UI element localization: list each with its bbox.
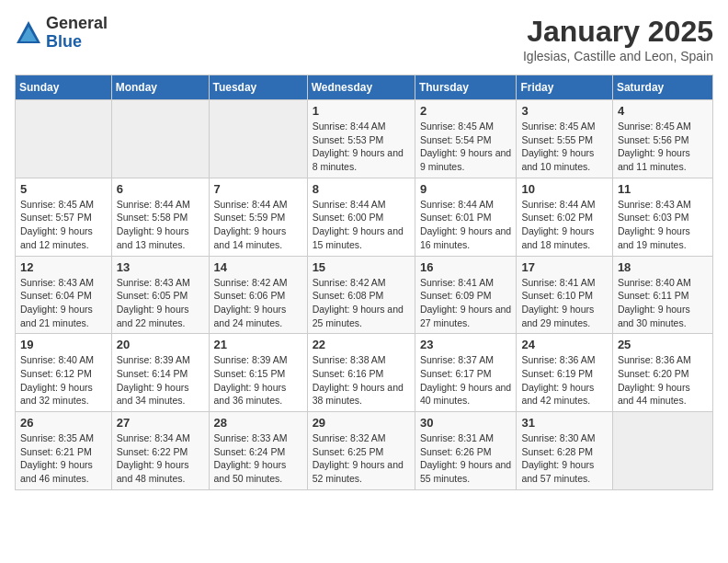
calendar-cell: 15Sunrise: 8:42 AM Sunset: 6:08 PM Dayli… bbox=[307, 256, 415, 334]
day-number: 9 bbox=[420, 182, 512, 196]
calendar-week-row: 5Sunrise: 8:45 AM Sunset: 5:57 PM Daylig… bbox=[16, 178, 713, 256]
calendar-cell: 29Sunrise: 8:32 AM Sunset: 6:25 PM Dayli… bbox=[307, 412, 415, 490]
day-number: 30 bbox=[420, 416, 512, 430]
day-info: Sunrise: 8:44 AM Sunset: 6:00 PM Dayligh… bbox=[313, 198, 410, 252]
calendar-week-row: 12Sunrise: 8:43 AM Sunset: 6:04 PM Dayli… bbox=[16, 256, 713, 334]
calendar-cell bbox=[612, 412, 712, 490]
calendar-cell: 26Sunrise: 8:35 AM Sunset: 6:21 PM Dayli… bbox=[16, 412, 112, 490]
day-number: 14 bbox=[214, 260, 302, 274]
day-info: Sunrise: 8:43 AM Sunset: 6:05 PM Dayligh… bbox=[117, 276, 204, 330]
day-info: Sunrise: 8:32 AM Sunset: 6:25 PM Dayligh… bbox=[313, 431, 410, 486]
day-number: 26 bbox=[20, 416, 107, 430]
day-info: Sunrise: 8:38 AM Sunset: 6:16 PM Dayligh… bbox=[313, 353, 410, 408]
day-number: 13 bbox=[117, 260, 204, 274]
logo: General Blue bbox=[15, 15, 108, 52]
calendar-title: January 2025 bbox=[523, 15, 713, 49]
calendar-cell: 16Sunrise: 8:41 AM Sunset: 6:09 PM Dayli… bbox=[415, 256, 517, 334]
calendar-cell: 19Sunrise: 8:40 AM Sunset: 6:12 PM Dayli… bbox=[16, 334, 112, 412]
day-number: 28 bbox=[214, 416, 302, 430]
day-info: Sunrise: 8:34 AM Sunset: 6:22 PM Dayligh… bbox=[117, 431, 204, 486]
calendar-table: SundayMondayTuesdayWednesdayThursdayFrid… bbox=[15, 75, 713, 490]
day-info: Sunrise: 8:45 AM Sunset: 5:54 PM Dayligh… bbox=[420, 120, 512, 174]
calendar-cell: 24Sunrise: 8:36 AM Sunset: 6:19 PM Dayli… bbox=[517, 334, 612, 412]
day-info: Sunrise: 8:44 AM Sunset: 5:59 PM Dayligh… bbox=[214, 198, 302, 252]
day-info: Sunrise: 8:44 AM Sunset: 5:58 PM Dayligh… bbox=[117, 198, 204, 252]
day-info: Sunrise: 8:41 AM Sunset: 6:10 PM Dayligh… bbox=[521, 276, 607, 330]
calendar-week-row: 1Sunrise: 8:44 AM Sunset: 5:53 PM Daylig… bbox=[16, 100, 713, 178]
day-number: 21 bbox=[214, 338, 302, 351]
day-number: 4 bbox=[618, 104, 708, 118]
day-info: Sunrise: 8:41 AM Sunset: 6:09 PM Dayligh… bbox=[420, 276, 512, 330]
day-number: 5 bbox=[20, 182, 107, 196]
calendar-cell: 28Sunrise: 8:33 AM Sunset: 6:24 PM Dayli… bbox=[209, 412, 307, 490]
calendar-cell: 2Sunrise: 8:45 AM Sunset: 5:54 PM Daylig… bbox=[415, 100, 517, 178]
day-info: Sunrise: 8:30 AM Sunset: 6:28 PM Dayligh… bbox=[521, 431, 607, 486]
calendar-subtitle: Iglesias, Castille and Leon, Spain bbox=[523, 49, 713, 63]
day-info: Sunrise: 8:31 AM Sunset: 6:26 PM Dayligh… bbox=[420, 431, 512, 486]
calendar-cell: 23Sunrise: 8:37 AM Sunset: 6:17 PM Dayli… bbox=[415, 334, 517, 412]
day-info: Sunrise: 8:37 AM Sunset: 6:17 PM Dayligh… bbox=[420, 353, 512, 408]
day-info: Sunrise: 8:36 AM Sunset: 6:20 PM Dayligh… bbox=[618, 353, 708, 408]
day-number: 11 bbox=[618, 182, 708, 196]
logo-icon bbox=[15, 19, 42, 47]
calendar-cell: 6Sunrise: 8:44 AM Sunset: 5:58 PM Daylig… bbox=[111, 178, 209, 256]
day-number: 19 bbox=[20, 338, 107, 351]
day-number: 15 bbox=[313, 260, 410, 274]
day-info: Sunrise: 8:43 AM Sunset: 6:04 PM Dayligh… bbox=[20, 276, 107, 330]
day-info: Sunrise: 8:45 AM Sunset: 5:55 PM Dayligh… bbox=[521, 120, 607, 174]
day-number: 7 bbox=[214, 182, 302, 196]
day-number: 16 bbox=[420, 260, 512, 274]
calendar-cell bbox=[16, 100, 112, 178]
day-number: 2 bbox=[420, 104, 512, 118]
calendar-cell: 10Sunrise: 8:44 AM Sunset: 6:02 PM Dayli… bbox=[517, 178, 612, 256]
calendar-cell: 8Sunrise: 8:44 AM Sunset: 6:00 PM Daylig… bbox=[307, 178, 415, 256]
day-info: Sunrise: 8:33 AM Sunset: 6:24 PM Dayligh… bbox=[214, 431, 302, 486]
day-info: Sunrise: 8:44 AM Sunset: 6:02 PM Dayligh… bbox=[521, 198, 607, 252]
weekday-header: Saturday bbox=[612, 75, 712, 100]
weekday-header: Sunday bbox=[16, 75, 112, 100]
title-block: January 2025 Iglesias, Castille and Leon… bbox=[523, 15, 713, 63]
day-number: 25 bbox=[618, 338, 708, 351]
calendar-cell: 4Sunrise: 8:45 AM Sunset: 5:56 PM Daylig… bbox=[612, 100, 712, 178]
day-number: 12 bbox=[20, 260, 107, 274]
day-number: 1 bbox=[313, 104, 410, 118]
calendar-cell: 7Sunrise: 8:44 AM Sunset: 5:59 PM Daylig… bbox=[209, 178, 307, 256]
calendar-cell: 13Sunrise: 8:43 AM Sunset: 6:05 PM Dayli… bbox=[111, 256, 209, 334]
day-info: Sunrise: 8:42 AM Sunset: 6:06 PM Dayligh… bbox=[214, 276, 302, 330]
day-number: 22 bbox=[313, 338, 410, 351]
calendar-cell: 22Sunrise: 8:38 AM Sunset: 6:16 PM Dayli… bbox=[307, 334, 415, 412]
calendar-cell: 31Sunrise: 8:30 AM Sunset: 6:28 PM Dayli… bbox=[517, 412, 612, 490]
calendar-cell: 17Sunrise: 8:41 AM Sunset: 6:10 PM Dayli… bbox=[517, 256, 612, 334]
weekday-header: Wednesday bbox=[307, 75, 415, 100]
calendar-cell: 1Sunrise: 8:44 AM Sunset: 5:53 PM Daylig… bbox=[307, 100, 415, 178]
calendar-cell: 21Sunrise: 8:39 AM Sunset: 6:15 PM Dayli… bbox=[209, 334, 307, 412]
day-info: Sunrise: 8:44 AM Sunset: 5:53 PM Dayligh… bbox=[313, 120, 410, 174]
day-number: 31 bbox=[521, 416, 607, 430]
day-info: Sunrise: 8:35 AM Sunset: 6:21 PM Dayligh… bbox=[20, 431, 107, 486]
calendar-cell: 11Sunrise: 8:43 AM Sunset: 6:03 PM Dayli… bbox=[612, 178, 712, 256]
weekday-header-row: SundayMondayTuesdayWednesdayThursdayFrid… bbox=[16, 75, 713, 100]
day-info: Sunrise: 8:40 AM Sunset: 6:12 PM Dayligh… bbox=[20, 353, 107, 408]
calendar-cell bbox=[209, 100, 307, 178]
day-number: 10 bbox=[521, 182, 607, 196]
day-number: 17 bbox=[521, 260, 607, 274]
day-info: Sunrise: 8:39 AM Sunset: 6:14 PM Dayligh… bbox=[117, 353, 204, 408]
calendar-cell: 9Sunrise: 8:44 AM Sunset: 6:01 PM Daylig… bbox=[415, 178, 517, 256]
calendar-cell: 25Sunrise: 8:36 AM Sunset: 6:20 PM Dayli… bbox=[612, 334, 712, 412]
page-header: General Blue January 2025 Iglesias, Cast… bbox=[15, 15, 713, 63]
calendar-cell: 5Sunrise: 8:45 AM Sunset: 5:57 PM Daylig… bbox=[16, 178, 112, 256]
calendar-cell: 14Sunrise: 8:42 AM Sunset: 6:06 PM Dayli… bbox=[209, 256, 307, 334]
weekday-header: Tuesday bbox=[209, 75, 307, 100]
calendar-cell: 3Sunrise: 8:45 AM Sunset: 5:55 PM Daylig… bbox=[517, 100, 612, 178]
logo-general-text: General bbox=[46, 15, 108, 33]
day-number: 24 bbox=[521, 338, 607, 351]
day-number: 27 bbox=[117, 416, 204, 430]
calendar-cell: 20Sunrise: 8:39 AM Sunset: 6:14 PM Dayli… bbox=[111, 334, 209, 412]
calendar-cell: 18Sunrise: 8:40 AM Sunset: 6:11 PM Dayli… bbox=[612, 256, 712, 334]
day-number: 18 bbox=[618, 260, 708, 274]
day-number: 29 bbox=[313, 416, 410, 430]
calendar-cell: 27Sunrise: 8:34 AM Sunset: 6:22 PM Dayli… bbox=[111, 412, 209, 490]
day-number: 3 bbox=[521, 104, 607, 118]
day-number: 20 bbox=[117, 338, 204, 351]
day-info: Sunrise: 8:39 AM Sunset: 6:15 PM Dayligh… bbox=[214, 353, 302, 408]
